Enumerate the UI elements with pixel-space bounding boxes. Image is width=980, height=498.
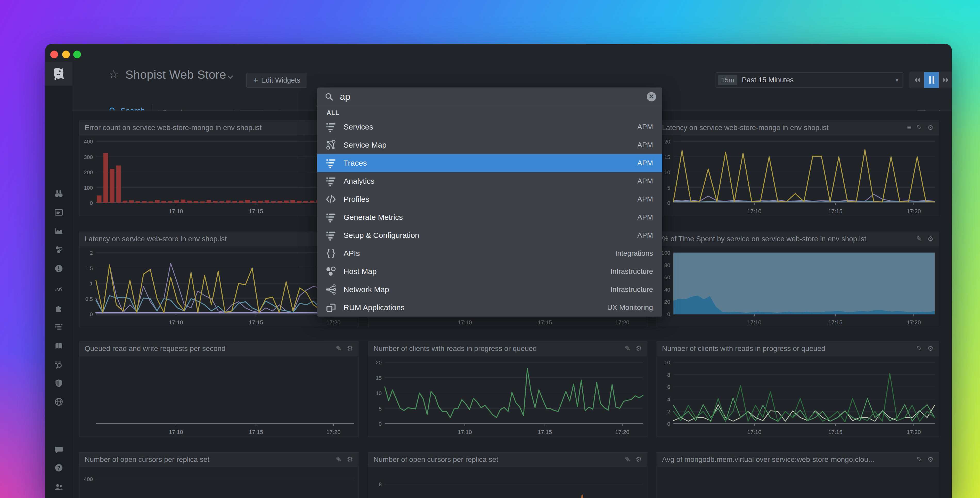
widget-pencil-icon[interactable]: ✎ xyxy=(916,235,922,243)
sidebar-item-infrastructure[interactable] xyxy=(45,242,72,257)
widget-plot[interactable]: 68 xyxy=(368,466,647,498)
sidebar-item-chat[interactable] xyxy=(45,442,72,457)
widget-pencil-icon[interactable]: ✎ xyxy=(916,455,922,464)
search-result-service-map[interactable]: Service MapAPM xyxy=(317,136,662,154)
svg-text:0: 0 xyxy=(667,200,670,206)
widget-plot[interactable]: 4 xyxy=(657,466,939,498)
sidebar-item-help[interactable]: ? xyxy=(45,461,72,475)
widget-gear-icon[interactable]: ⚙ xyxy=(347,345,353,353)
search-result-setup-configuration[interactable]: Setup & ConfigurationAPM xyxy=(317,226,662,244)
widget-pencil-icon[interactable]: ✎ xyxy=(625,455,630,464)
search-result-apis[interactable]: APIsIntegrations xyxy=(317,244,662,262)
sidebar-item-integrations[interactable] xyxy=(45,301,72,316)
svg-text:17:15: 17:15 xyxy=(828,319,843,326)
favorite-star-icon[interactable]: ☆ xyxy=(108,68,119,81)
search-result-label: RUM Applications xyxy=(344,303,607,312)
svg-text:0: 0 xyxy=(667,311,670,317)
widget-title: Number of open cursors per replica set xyxy=(84,455,336,464)
widget-plot[interactable]: 010020030040017:1017:1517:20 xyxy=(80,135,358,216)
widget-gear-icon[interactable]: ⚙ xyxy=(928,455,934,464)
svg-text:2: 2 xyxy=(90,250,93,256)
sidebar-item-metrics[interactable] xyxy=(45,224,72,238)
dashboard-title-chevron-down-icon[interactable] xyxy=(226,73,235,83)
minimize-window-button[interactable] xyxy=(62,51,70,58)
widget-title-bar: Latency on service web-store in env shop… xyxy=(80,232,358,246)
widget-title: Avg of mongodb.mem.virtual over service:… xyxy=(662,455,916,464)
widget-pencil-icon[interactable]: ✎ xyxy=(916,345,922,353)
widget-cursors-left: Number of open cursors per replica set✎⚙… xyxy=(79,452,358,498)
log-search-icon xyxy=(54,360,64,369)
time-range-selector[interactable]: 15m Past 15 Minutes ▾ xyxy=(716,72,904,88)
pause-icon xyxy=(929,77,934,84)
widget-plot[interactable]: 17:1017:1517:20 xyxy=(80,356,358,437)
svg-text:20: 20 xyxy=(376,359,382,366)
widget-pencil-icon[interactable]: ✎ xyxy=(916,124,922,132)
search-result-host-map[interactable]: Host MapInfrastructure xyxy=(317,262,662,281)
widget-plot[interactable]: 0510152017:1017:1517:20 xyxy=(368,356,647,437)
widget-plot[interactable]: 0510152017:1017:1517:20 xyxy=(657,135,939,216)
svg-text:5: 5 xyxy=(379,405,382,412)
search-result-label: Traces xyxy=(344,159,637,168)
sidebar-item-log-explorer[interactable] xyxy=(45,358,72,372)
close-window-button[interactable] xyxy=(50,51,58,58)
time-range-caret-icon: ▾ xyxy=(896,77,899,84)
sidebar-item-users[interactable] xyxy=(45,480,72,494)
search-result-traces[interactable]: TracesAPM xyxy=(317,154,662,172)
svg-text:10: 10 xyxy=(664,169,670,175)
widget-gear-icon[interactable]: ⚙ xyxy=(928,235,934,243)
widget-pencil-icon[interactable]: ✎ xyxy=(336,345,342,353)
sidebar-item-notebooks[interactable] xyxy=(45,339,72,353)
sidebar-item-logs[interactable] xyxy=(45,320,72,334)
search-result-label: Setup & Configuration xyxy=(344,231,637,240)
time-forward-button[interactable] xyxy=(939,72,952,88)
search-result-profiles[interactable]: ProfilesAPM xyxy=(317,190,662,208)
svg-text:2: 2 xyxy=(667,409,670,414)
search-result-category: APM xyxy=(637,231,653,239)
plus-icon: + xyxy=(253,76,258,85)
widget-plot[interactable]: 024681017:1017:1517:20 xyxy=(657,356,939,437)
widget-list-icon[interactable]: ≡ xyxy=(907,124,911,132)
widget-gear-icon[interactable]: ⚙ xyxy=(347,455,353,464)
search-result-generate-metrics[interactable]: Generate MetricsAPM xyxy=(317,208,662,226)
widget-gear-icon[interactable]: ⚙ xyxy=(928,345,934,353)
sidebar-item-watchdog[interactable] xyxy=(45,187,72,201)
search-result-label: Host Map xyxy=(344,267,611,276)
svg-text:0: 0 xyxy=(379,421,382,427)
widget-gear-icon[interactable]: ⚙ xyxy=(636,455,642,464)
metrics-icon xyxy=(54,226,64,236)
svg-text:17:15: 17:15 xyxy=(538,429,552,435)
search-result-network-map[interactable]: Network MapInfrastructure xyxy=(317,281,662,298)
widget-pencil-icon[interactable]: ✎ xyxy=(336,455,342,464)
search-result-category: APM xyxy=(637,123,653,131)
svg-text:0: 0 xyxy=(667,421,670,427)
widget-title: Latency on service web-store-mongo in en… xyxy=(662,124,907,132)
svg-text:60: 60 xyxy=(664,274,670,280)
search-result-analytics[interactable]: AnalyticsAPM xyxy=(317,172,662,190)
search-result-rum-applications[interactable]: RUM ApplicationsUX Monitoring xyxy=(317,298,662,317)
widget-plot[interactable]: 00.511.5217:1017:1517:20 xyxy=(80,246,358,327)
sidebar-item-apm[interactable] xyxy=(45,281,72,296)
search-result-services[interactable]: ServicesAPM xyxy=(317,118,662,136)
zoom-window-button[interactable] xyxy=(73,51,81,58)
search-result-category: APM xyxy=(637,213,653,221)
time-backward-button[interactable] xyxy=(910,72,924,88)
widget-gear-icon[interactable]: ⚙ xyxy=(636,345,642,353)
svg-text:0: 0 xyxy=(90,200,93,206)
search-result-label: Service Map xyxy=(344,140,637,149)
svg-text:6: 6 xyxy=(667,384,670,390)
titlebar xyxy=(45,44,952,62)
widget-title-bar: Error count on service web-store-mongo i… xyxy=(80,121,358,135)
global-search-input[interactable] xyxy=(339,91,647,102)
datadog-logo[interactable] xyxy=(45,62,72,86)
widget-plot[interactable]: 300400 xyxy=(80,466,358,498)
edit-widgets-button[interactable]: + Edit Widgets xyxy=(246,73,307,88)
pause-button[interactable] xyxy=(924,72,939,88)
sidebar-item-events[interactable] xyxy=(45,205,72,220)
sidebar-item-monitors[interactable] xyxy=(45,262,72,276)
widget-pencil-icon[interactable]: ✎ xyxy=(625,345,630,353)
sidebar-item-network[interactable] xyxy=(45,394,72,409)
widget-plot[interactable]: 02040608010017:1017:1517:20 xyxy=(657,246,939,327)
widget-gear-icon[interactable]: ⚙ xyxy=(928,124,934,132)
clear-search-icon[interactable]: ✕ xyxy=(647,92,656,101)
sidebar-item-security[interactable] xyxy=(45,376,72,390)
